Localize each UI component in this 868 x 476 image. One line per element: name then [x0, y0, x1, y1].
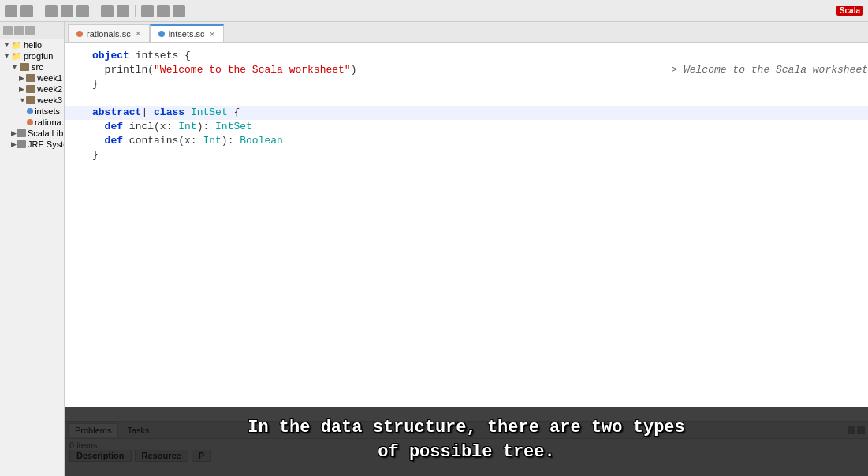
subtitle-line1: In the data structure, there are two typ… — [80, 416, 852, 441]
subtitle-line2: of possible tree. — [80, 441, 852, 465]
main-toolbar: Scala — [0, 0, 868, 22]
sidebar-label-week1: week1 — [37, 73, 62, 83]
sidebar-item-week3[interactable]: ▼ week3 — [0, 95, 64, 106]
sidebar-btn-1[interactable] — [3, 26, 13, 35]
arrow-progfun: ▼ — [3, 52, 11, 60]
folder-hello-icon: 📁 — [11, 40, 22, 50]
file-intsets-icon — [27, 106, 33, 116]
toolbar-icon-2[interactable] — [20, 5, 33, 17]
toolbar-icon-9[interactable] — [157, 5, 170, 17]
code-editor[interactable]: object intsets { println("Welcome to the… — [65, 43, 868, 421]
package-week3-icon — [26, 95, 35, 105]
toolbar-sep-2 — [95, 5, 95, 17]
package-week2-icon — [26, 84, 35, 94]
sidebar-item-week1[interactable]: ▶ week1 — [0, 73, 64, 84]
tab-rationals[interactable]: rationals.sc ✕ — [68, 24, 150, 42]
tab-bar: rationals.sc ✕ intsets.sc ✕ — [65, 22, 868, 43]
code-line-1: object intsets { — [65, 49, 868, 63]
toolbar-sep-1 — [39, 5, 39, 17]
sidebar-label-week3: week3 — [37, 95, 62, 105]
editor-area: rationals.sc ✕ intsets.sc ✕ object intse… — [65, 22, 868, 476]
sidebar-label-scala-library: Scala Library — [28, 128, 64, 138]
code-line-8: } — [65, 148, 868, 162]
tab-intsets-icon — [158, 31, 165, 37]
sidebar-item-week2[interactable]: ▶ week2 — [0, 84, 64, 95]
code-line-7: def contains(x: Int): Boolean — [65, 134, 868, 148]
code-line-3: } — [65, 77, 868, 91]
code-line-2: println("Welcome to the Scala worksheet"… — [65, 63, 868, 77]
sidebar-item-src[interactable]: ▼ src — [0, 61, 64, 73]
code-content-2: println("Welcome to the Scala worksheet"… — [92, 63, 608, 77]
code-content-7: def contains(x: Int): Boolean — [92, 134, 868, 148]
code-content-1: object intsets { — [92, 49, 868, 63]
sidebar-btn-3[interactable] — [25, 26, 35, 35]
tab-intsets-close[interactable]: ✕ — [209, 30, 215, 39]
toolbar-icon-10[interactable] — [173, 5, 185, 17]
arrow-week1: ▶ — [19, 74, 26, 82]
sidebar-label-jre: JRE System Li. — [28, 139, 64, 149]
toolbar-icon-3[interactable] — [45, 5, 58, 17]
arrow-jre: ▶ — [11, 140, 17, 148]
toolbar-icon-7[interactable] — [117, 5, 129, 17]
package-week1-icon — [26, 73, 35, 83]
code-content-6: def incl(x: Int): IntSet — [92, 120, 868, 134]
sidebar-item-scala-library[interactable]: ▶ Scala Library — [0, 128, 64, 139]
toolbar-icon-4[interactable] — [61, 5, 73, 17]
arrow-week3: ▼ — [19, 96, 26, 104]
arrow-scala-lib: ▶ — [11, 129, 17, 137]
tab-rationals-icon — [76, 31, 83, 37]
sidebar-item-progfun[interactable]: ▼ 📁 progfun — [0, 50, 64, 61]
toolbar-icon-6[interactable] — [101, 5, 114, 17]
toolbar-icon-5[interactable] — [76, 5, 89, 17]
sidebar-label-src: src — [32, 62, 43, 72]
toolbar-sep-3 — [135, 5, 136, 17]
sidebar-item-intsets[interactable]: intsets. — [0, 106, 64, 117]
sidebar-tree: ▼ 📁 hello ▼ 📁 progfun ▼ src ▶ week1 — [0, 39, 64, 476]
lib-scala-icon — [17, 128, 26, 138]
arrow-week2: ▶ — [19, 85, 26, 93]
tab-rationals-close[interactable]: ✕ — [135, 29, 141, 38]
sidebar-label-intsets: intsets. — [35, 106, 62, 116]
bottom-panel: Problems Tasks 0 items Description Resou… — [65, 421, 868, 476]
toolbar-icon-1[interactable] — [5, 5, 17, 17]
code-content-8: } — [92, 148, 868, 162]
sidebar-label-rationals: rationa. — [35, 117, 64, 127]
folder-progfun-icon: 📁 — [11, 51, 22, 61]
tab-intsets-label: intsets.sc — [169, 29, 205, 39]
code-line-6: def incl(x: Int): IntSet — [65, 120, 868, 134]
tab-intsets[interactable]: intsets.sc ✕ — [150, 24, 224, 42]
code-line-5: abstract| class IntSet { — [65, 106, 868, 120]
scala-logo: Scala — [836, 6, 863, 16]
lib-jre-icon — [17, 139, 26, 149]
main-area: ▼ 📁 hello ▼ 📁 progfun ▼ src ▶ week1 — [0, 22, 868, 476]
sidebar-item-hello[interactable]: ▼ 📁 hello — [0, 39, 64, 50]
sidebar-label-week2: week2 — [37, 84, 62, 94]
code-output-1: > Welcome to the Scala worksheet — [639, 63, 868, 77]
file-rationals-icon — [27, 117, 33, 127]
sidebar-toolbar — [0, 22, 64, 39]
subtitle-overlay: In the data structure, there are two typ… — [65, 407, 868, 476]
package-src-icon — [19, 62, 30, 72]
arrow-hello: ▼ — [3, 41, 11, 49]
sidebar-item-rationals[interactable]: rationa. — [0, 117, 64, 128]
code-line-4 — [65, 91, 868, 106]
sidebar-item-jre[interactable]: ▶ JRE System Li. — [0, 139, 64, 150]
sidebar: ▼ 📁 hello ▼ 📁 progfun ▼ src ▶ week1 — [0, 22, 65, 476]
arrow-src: ▼ — [11, 63, 19, 71]
sidebar-label-progfun: progfun — [24, 51, 53, 61]
code-content-3: } — [92, 77, 868, 91]
sidebar-label-hello: hello — [24, 40, 42, 50]
toolbar-icon-8[interactable] — [141, 5, 154, 17]
sidebar-btn-2[interactable] — [14, 26, 24, 35]
code-content-5: abstract| class IntSet { — [92, 106, 868, 120]
tab-rationals-label: rationals.sc — [87, 29, 131, 39]
